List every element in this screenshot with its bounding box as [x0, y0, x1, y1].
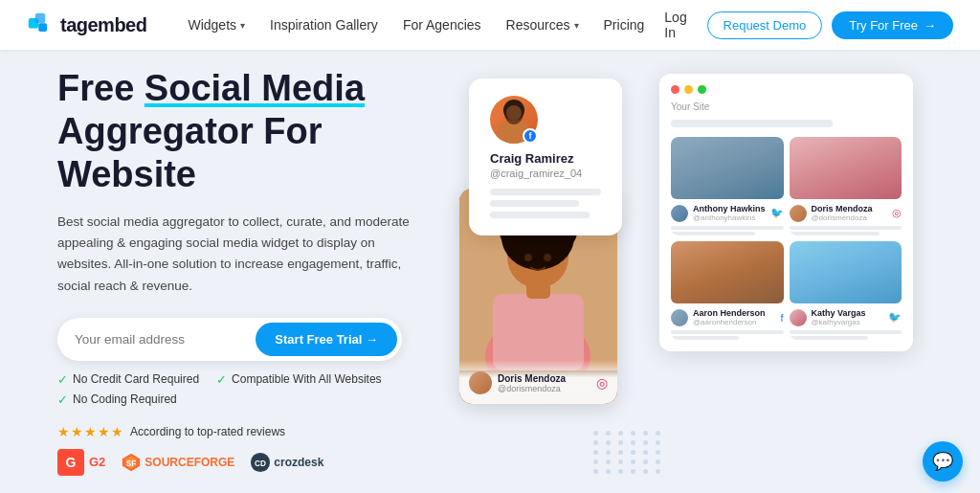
dot	[606, 431, 611, 436]
building-image	[671, 137, 784, 199]
svg-point-12	[504, 101, 523, 124]
svg-point-22	[524, 254, 532, 261]
dot	[606, 469, 611, 474]
sourceforge-icon: SF	[121, 452, 142, 473]
mini-line	[671, 330, 784, 334]
dot	[593, 450, 598, 455]
mini-line	[790, 232, 880, 235]
chevron-down-icon: ▾	[574, 20, 579, 31]
dot	[606, 459, 611, 464]
right-section: f Craig Ramirez @craig_ramirez_04	[431, 50, 923, 493]
nav-pricing[interactable]: Pricing	[593, 11, 656, 38]
traffic-light-yellow	[684, 85, 693, 94]
svg-point-23	[544, 254, 551, 261]
chat-bubble[interactable]: 💬	[923, 441, 963, 482]
mini-line	[790, 330, 902, 334]
dot	[606, 440, 611, 445]
rating-text: According to top-rated reviews	[130, 425, 285, 438]
crozdesk-icon: CD	[250, 452, 271, 473]
widget-cell-2: Doris Mendoza @dorismendoza ◎	[790, 137, 902, 235]
start-trial-button[interactable]: Start Free Trial →	[256, 323, 397, 356]
request-demo-button[interactable]: Request Demo	[707, 11, 823, 39]
twitter-icon: 🐦	[888, 311, 902, 324]
review-logos-row: G G2 SF SOURCEFORGE CD crozdesk	[57, 449, 431, 476]
dot	[593, 440, 598, 445]
mini-avatar	[790, 309, 807, 326]
mini-line	[671, 226, 784, 230]
dot	[643, 450, 648, 455]
brand-name: tagembed	[60, 14, 146, 36]
instagram-icon: ◎	[892, 207, 902, 219]
mini-avatar	[671, 309, 688, 326]
mini-line	[671, 336, 739, 340]
try-free-button[interactable]: Try For Free →	[832, 11, 953, 39]
check-no-coding: ✓ No Coding Required	[57, 392, 177, 407]
nav-links: Widgets ▾ Inspiration Gallery For Agenci…	[177, 11, 655, 38]
check-icon: ✓	[216, 372, 227, 387]
dot	[656, 431, 660, 436]
arrow-icon: →	[924, 18, 936, 33]
site-widget: Your Site Anthony Hawkins @anthonyhawkin…	[659, 74, 913, 351]
nav-widgets[interactable]: Widgets ▾	[177, 11, 256, 38]
crozdesk-badge: CD crozdesk	[250, 452, 323, 473]
svg-text:SF: SF	[126, 459, 137, 467]
dot	[656, 450, 660, 455]
svg-text:CD: CD	[255, 459, 266, 467]
dot	[618, 469, 623, 474]
dots-pattern	[593, 431, 663, 474]
profile-line	[490, 189, 601, 195]
check-no-credit-card: ✓ No Credit Card Required	[57, 372, 199, 387]
dot	[656, 440, 660, 445]
check-compatible: ✓ Compatible With All Websites	[216, 372, 382, 387]
mini-post-info: Anthony Hawkins @anthonyhawkins	[693, 204, 766, 222]
profile-line	[490, 212, 590, 218]
g2-icon: G	[57, 449, 84, 476]
mini-lines	[790, 226, 902, 235]
dot	[618, 431, 623, 436]
widget-post-row-2: Doris Mendoza @dorismendoza ◎	[790, 199, 902, 224]
nav-actions: Log In Request Demo Try For Free →	[655, 4, 953, 46]
mini-avatar	[671, 205, 688, 222]
dot	[631, 469, 635, 474]
svg-rect-15	[493, 294, 584, 370]
widget-post-row-3: Aaron Henderson @aaronhenderson f	[671, 303, 784, 328]
brand-logo[interactable]: tagembed	[27, 11, 146, 38]
nav-resources[interactable]: Resources ▾	[496, 11, 590, 38]
widget-grid: Anthony Hawkins @anthonyhawkins 🐦	[671, 137, 902, 340]
widget-traffic-lights	[671, 85, 902, 94]
mini-lines	[790, 330, 902, 340]
dot	[618, 459, 623, 464]
widget-image-building	[671, 137, 784, 199]
hero-description: Best social media aggregator to collect,…	[57, 212, 412, 297]
widget-cell-1: Anthony Hawkins @anthonyhawkins 🐦	[671, 137, 784, 235]
email-form: Start Free Trial →	[57, 318, 402, 361]
traffic-light-red	[671, 85, 679, 94]
facebook-icon: f	[780, 312, 783, 324]
widget-header-bar	[671, 120, 833, 127]
main-content: Free Social Media Aggregator For Website…	[0, 50, 980, 493]
mini-post-info: Kathy Vargas @kathyvargas	[812, 308, 866, 326]
nav-for-agencies[interactable]: For Agencies	[392, 11, 492, 38]
mini-line	[790, 336, 868, 340]
social-post-info: Doris Mendoza @dorismendoza ◎	[469, 371, 608, 394]
profile-line	[490, 200, 579, 207]
widget-post-row-4: Kathy Vargas @kathyvargas 🐦	[790, 303, 902, 328]
twitter-icon: 🐦	[770, 207, 784, 219]
profile-card: f Craig Ramirez @craig_ramirez_04	[469, 78, 622, 235]
svg-rect-1	[35, 13, 46, 24]
email-input[interactable]	[75, 332, 256, 347]
dot	[593, 469, 598, 474]
profile-avatar-wrap: f	[490, 96, 538, 144]
navbar: tagembed Widgets ▾ Inspiration Gallery F…	[0, 0, 980, 50]
ratings-row: ★★★★★ According to top-rated reviews	[57, 424, 431, 439]
nav-inspiration-gallery[interactable]: Inspiration Gallery	[259, 11, 389, 38]
widget-cell-4: Kathy Vargas @kathyvargas 🐦	[790, 241, 902, 340]
mini-line	[671, 232, 755, 235]
login-button[interactable]: Log In	[655, 4, 697, 46]
hero-title: Free Social Media Aggregator For Website	[57, 67, 431, 195]
dot	[618, 440, 623, 445]
mini-lines	[671, 226, 784, 235]
widget-cell-3: Aaron Henderson @aaronhenderson f	[671, 241, 784, 340]
widget-image-skateboarder	[671, 241, 784, 303]
facebook-badge: f	[523, 128, 538, 144]
